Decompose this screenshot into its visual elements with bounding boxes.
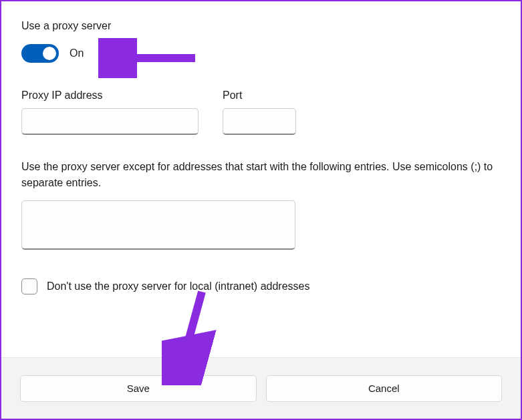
proxy-toggle[interactable]	[21, 44, 59, 63]
button-bar: Save Cancel	[1, 357, 521, 419]
proxy-port-input[interactable]	[223, 108, 296, 135]
local-bypass-label: Don't use the proxy server for local (in…	[47, 280, 309, 292]
local-bypass-checkbox[interactable]	[21, 278, 37, 294]
proxy-toggle-label: On	[70, 47, 84, 59]
proxy-ip-input[interactable]	[21, 108, 199, 135]
proxy-title: Use a proxy server	[21, 20, 501, 32]
exception-textarea[interactable]	[21, 200, 295, 250]
ip-label: Proxy IP address	[21, 89, 199, 101]
exception-label: Use the proxy server except for addresse…	[21, 159, 501, 191]
save-button[interactable]: Save	[20, 375, 257, 402]
toggle-knob	[43, 47, 56, 60]
port-label: Port	[223, 89, 296, 101]
cancel-button[interactable]: Cancel	[266, 375, 503, 402]
